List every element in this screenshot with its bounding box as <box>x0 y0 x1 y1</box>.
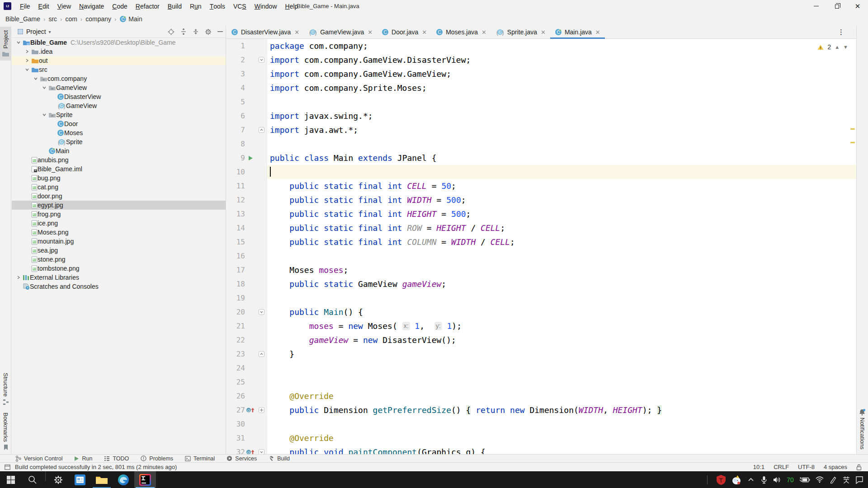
tree-item-out[interactable]: out <box>12 56 226 65</box>
tray-pen[interactable] <box>829 471 837 488</box>
tree-item-com-company[interactable]: com.company <box>12 74 226 83</box>
menu-code[interactable]: Code <box>108 0 131 12</box>
toolwindow-services[interactable]: Services <box>226 455 257 462</box>
tree-item-sprite[interactable]: Sprite <box>12 110 226 119</box>
menu-file[interactable]: File <box>16 0 34 12</box>
taskbar-start[interactable] <box>0 471 22 488</box>
close-tab-icon[interactable]: ✕ <box>294 29 299 36</box>
chevron-closed-icon[interactable] <box>14 275 23 280</box>
fold-marker[interactable] <box>256 57 267 63</box>
toolwindow-problems[interactable]: Problems <box>141 455 173 462</box>
locate-button[interactable] <box>168 28 175 35</box>
taskbar-settings[interactable] <box>47 471 69 488</box>
close-tab-icon[interactable]: ✕ <box>541 29 546 36</box>
tab-moses-java[interactable]: CMoses.java✕ <box>431 26 491 38</box>
tray-app-red[interactable] <box>716 471 726 488</box>
tab-list-icon[interactable]: ⋮ <box>838 26 844 38</box>
chevron-open-icon[interactable] <box>23 67 31 72</box>
tray-wifi[interactable] <box>815 471 824 488</box>
toolwindow-build[interactable]: Build <box>269 455 290 462</box>
override-gutter-icon[interactable]: O <box>245 449 256 454</box>
taskbar-intellij[interactable] <box>134 471 156 488</box>
breadcrumb-item-src[interactable]: src <box>48 15 57 23</box>
close-button[interactable]: ✕ <box>847 0 868 12</box>
close-tab-icon[interactable]: ✕ <box>481 29 486 36</box>
menu-navigate[interactable]: Navigate <box>75 0 108 12</box>
taskbar-app-blue[interactable] <box>69 471 91 488</box>
tab-disasterview-java[interactable]: CDisasterView.java✕ <box>226 26 304 38</box>
indent-setting[interactable]: 4 spaces <box>824 464 847 470</box>
warning-stripe-mark[interactable] <box>850 128 855 130</box>
taskbar-file-explorer[interactable] <box>91 471 113 488</box>
stripe-tab-bookmarks[interactable]: Bookmarks <box>2 409 9 454</box>
prev-warning-icon[interactable]: ▲ <box>835 44 840 50</box>
collapse-all-button[interactable] <box>193 28 199 35</box>
menu-build[interactable]: Build <box>164 0 186 12</box>
run-gutter-icon[interactable] <box>245 155 256 161</box>
tree-item-stone-png[interactable]: stone.png <box>12 255 226 264</box>
tray-chevron-up[interactable] <box>747 471 755 488</box>
close-tab-icon[interactable]: ✕ <box>422 29 427 36</box>
chevron-down-icon[interactable]: ▾ <box>49 29 51 34</box>
fold-marker[interactable] <box>256 309 267 315</box>
stripe-tab-project[interactable]: Project <box>0 27 11 61</box>
tray-app-pet[interactable] <box>731 471 742 488</box>
tray-ime[interactable] <box>842 471 850 488</box>
warning-stripe-mark[interactable] <box>850 142 855 143</box>
file-encoding[interactable]: UTF-8 <box>798 464 815 470</box>
tree-item-door-png[interactable]: door.png <box>12 192 226 201</box>
tree-item-sea-jpg[interactable]: sea.jpg <box>12 246 226 255</box>
lock-icon[interactable] <box>856 464 862 470</box>
tray-battery[interactable] <box>799 471 810 488</box>
tree-item-sprite[interactable]: (C)Sprite <box>12 137 226 146</box>
tree-item-bug-png[interactable]: bug.png <box>12 174 226 183</box>
toolwindow-version-control[interactable]: Version Control <box>15 455 62 462</box>
toolwindow-terminal[interactable]: Terminal <box>185 455 215 462</box>
menu-vcs[interactable]: VCS <box>229 0 250 12</box>
breadcrumb-item-bible_game[interactable]: Bible_Game <box>5 15 40 23</box>
restore-button[interactable] <box>826 0 847 12</box>
tree-item-moses[interactable]: CMoses <box>12 128 226 137</box>
fold-marker[interactable] <box>256 407 267 413</box>
tree-item-door[interactable]: CDoor <box>12 119 226 128</box>
tree-item-gameview[interactable]: GameView <box>12 83 226 92</box>
inspections-widget[interactable]: 2 ▲ ▼ <box>816 42 850 52</box>
caret-position[interactable]: 10:1 <box>753 464 764 470</box>
minimize-button[interactable] <box>806 0 826 12</box>
breadcrumb-item-com[interactable]: com <box>65 15 77 23</box>
menu-window[interactable]: Window <box>250 0 281 12</box>
tab-sprite-java[interactable]: (C)Sprite.java✕ <box>491 26 550 38</box>
chevron-open-icon[interactable] <box>40 113 48 117</box>
tab-door-java[interactable]: CDoor.java✕ <box>377 26 431 38</box>
tab-main-java[interactable]: CMain.java✕ <box>550 26 605 38</box>
chevron-open-icon[interactable] <box>40 85 48 90</box>
code-editor[interactable]: 1package com.company;2import com.company… <box>226 39 856 454</box>
tray-volume[interactable] <box>773 471 781 488</box>
next-warning-icon[interactable]: ▼ <box>843 44 848 50</box>
menu-run[interactable]: Run <box>186 0 206 12</box>
chevron-open-icon[interactable] <box>14 40 23 45</box>
tree-item-frog-png[interactable]: frog.png <box>12 210 226 219</box>
fold-marker[interactable] <box>256 127 267 133</box>
expand-all-button[interactable] <box>180 28 187 35</box>
tree-item--idea[interactable]: .idea <box>12 47 226 56</box>
tree-item-mountain-jpg[interactable]: mountain.jpg <box>12 237 226 246</box>
chevron-closed-icon[interactable] <box>23 58 31 63</box>
fold-marker[interactable] <box>256 351 267 357</box>
toolwindow-todo[interactable]: TODO <box>104 455 129 462</box>
tree-item-external-libraries[interactable]: External Libraries <box>12 273 226 282</box>
tray-microphone[interactable] <box>760 471 768 488</box>
chevron-closed-icon[interactable] <box>23 49 31 54</box>
tree-item-cat-png[interactable]: cat.png <box>12 183 226 192</box>
close-tab-icon[interactable]: ✕ <box>368 29 373 36</box>
chevron-open-icon[interactable] <box>31 76 40 81</box>
line-separator[interactable]: CRLF <box>774 464 789 470</box>
menu-tools[interactable]: Tools <box>206 0 229 12</box>
fold-marker[interactable] <box>256 449 267 454</box>
menu-refactor[interactable]: Refactor <box>132 0 164 12</box>
tree-item-src[interactable]: src <box>12 65 226 74</box>
intellij-logo-icon[interactable]: IJ <box>4 2 11 10</box>
tree-item-disasterview[interactable]: CDisasterView <box>12 92 226 101</box>
stripe-tab-structure[interactable]: Structure <box>2 369 9 409</box>
breadcrumb-item-main[interactable]: CMain <box>119 15 142 23</box>
